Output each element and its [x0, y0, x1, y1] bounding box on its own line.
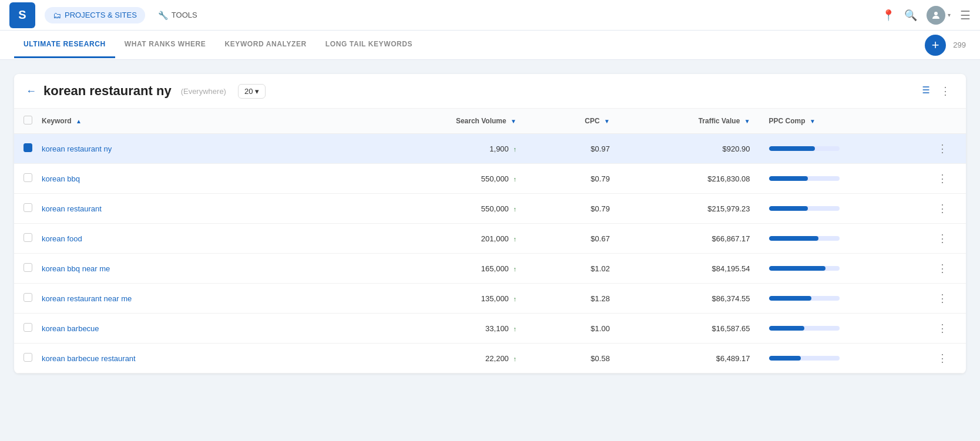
keyword-link-3[interactable]: korean food: [42, 234, 82, 243]
table-row: korean bbq near me 165,000 ↑ $1.02 $84,1…: [14, 254, 966, 284]
row-checkbox-5[interactable]: [24, 293, 32, 302]
row-actions-0: ⋮: [919, 134, 966, 164]
search-title: korean restaurant ny: [43, 83, 172, 99]
location-pin-icon[interactable]: 📍: [882, 9, 895, 22]
nav-tools[interactable]: 🔧 TOOLS: [150, 7, 206, 23]
logo-button[interactable]: S: [9, 2, 35, 28]
keyword-link-5[interactable]: korean restaurant near me: [42, 294, 132, 303]
ppc-sort-icon: ▼: [810, 118, 815, 124]
add-button[interactable]: +: [925, 35, 946, 56]
cpc-cell-3: $0.67: [526, 224, 619, 254]
sv-cell-1: 550,000 ↑: [385, 164, 526, 194]
row-actions-3: ⋮: [919, 224, 966, 254]
nav-projects-sites[interactable]: 🗂 PROJECTS & SITES: [45, 7, 145, 23]
table-row: korean restaurant 550,000 ↑ $0.79 $215,9…: [14, 194, 966, 224]
row-checkbox-4[interactable]: [24, 263, 32, 272]
location-tag: (Everywhere): [181, 87, 226, 96]
sv-cell-7: 22,200 ↑: [385, 344, 526, 373]
row-checkbox-3[interactable]: [24, 233, 32, 242]
sv-cell-2: 550,000 ↑: [385, 194, 526, 224]
cpc-cell-6: $1.00: [526, 314, 619, 344]
table-header-row: Keyword ▲ Search Volume ▼ CPC ▼ Traffi: [14, 109, 966, 134]
row-checkbox-1[interactable]: [24, 173, 32, 182]
keyword-cell-5: korean restaurant near me: [32, 284, 385, 314]
th-traffic-value[interactable]: Traffic Value ▼: [619, 109, 760, 134]
row-more-button-0[interactable]: ⋮: [934, 141, 951, 156]
keyword-link-6[interactable]: korean barbecue: [42, 324, 99, 333]
ppc-bar-outer-2: [769, 206, 840, 211]
row-checkbox-7[interactable]: [24, 353, 32, 362]
cpc-cell-1: $0.79: [526, 164, 619, 194]
keyword-link-1[interactable]: korean bbq: [42, 174, 80, 183]
select-all-checkbox[interactable]: [24, 116, 32, 124]
row-more-button-7[interactable]: ⋮: [934, 351, 951, 366]
projects-icon: 🗂: [53, 11, 61, 20]
cpc-cell-2: $0.79: [526, 194, 619, 224]
search-icon[interactable]: 🔍: [904, 9, 917, 22]
trend-icon-1: ↑: [513, 176, 516, 183]
row-checkbox-6[interactable]: [24, 323, 32, 332]
tv-cell-7: $6,489.17: [619, 344, 760, 373]
avatar: [927, 6, 945, 25]
ppc-bar-outer-0: [769, 146, 840, 151]
ppc-cell-2: [760, 194, 919, 224]
row-more-button-5[interactable]: ⋮: [934, 291, 951, 306]
sv-cell-5: 135,000 ↑: [385, 284, 526, 314]
ppc-bar-outer-1: [769, 176, 840, 181]
ppc-bar-inner-7: [769, 356, 801, 361]
tab-long-tail-keywords[interactable]: LONG TAIL KEYWORDS: [316, 32, 422, 58]
row-more-button-3[interactable]: ⋮: [934, 231, 951, 246]
tab-what-ranks-where[interactable]: WHAT RANKS WHERE: [115, 32, 216, 58]
row-checkbox-2[interactable]: [24, 203, 32, 212]
ppc-bar-inner-1: [769, 176, 808, 181]
ppc-cell-1: [760, 164, 919, 194]
cpc-cell-4: $1.02: [526, 254, 619, 284]
count-badge: 299: [953, 41, 966, 49]
tv-sort-icon: ▼: [744, 118, 750, 124]
tv-cell-1: $216,830.08: [619, 164, 760, 194]
table-row: korean restaurant near me 135,000 ↑ $1.2…: [14, 284, 966, 314]
nav-pills: 🗂 PROJECTS & SITES 🔧 TOOLS: [45, 7, 882, 23]
table-row: korean restaurant ny 1,900 ↑ $0.97 $920.…: [14, 134, 966, 164]
tab-ultimate-research[interactable]: ULTIMATE RESEARCH: [14, 32, 115, 58]
th-ppc-comp[interactable]: PPC Comp ▼: [760, 109, 919, 134]
keyword-cell-7: korean barbecue restaurant: [32, 344, 385, 373]
tv-cell-4: $84,195.54: [619, 254, 760, 284]
row-more-button-2[interactable]: ⋮: [934, 201, 951, 216]
trend-icon-2: ↑: [513, 206, 516, 213]
nav-projects-label: PROJECTS & SITES: [65, 11, 137, 19]
table-row: korean barbecue restaurant 22,200 ↑ $0.5…: [14, 344, 966, 373]
ppc-bar-outer-5: [769, 296, 840, 301]
user-avatar-menu[interactable]: ▾: [927, 6, 951, 25]
row-more-button-4[interactable]: ⋮: [934, 261, 951, 276]
sv-cell-0: 1,900 ↑: [385, 134, 526, 164]
th-search-volume[interactable]: Search Volume ▼: [385, 109, 526, 134]
row-more-button-6[interactable]: ⋮: [934, 321, 951, 336]
count-select-value: 20: [244, 87, 253, 96]
row-actions-5: ⋮: [919, 284, 966, 314]
row-checkbox-0[interactable]: [24, 143, 32, 152]
keyword-link-2[interactable]: korean restaurant: [42, 204, 102, 213]
keyword-link-0[interactable]: korean restaurant ny: [42, 144, 112, 153]
card-more-options-button[interactable]: ⋮: [937, 83, 954, 99]
keyword-cell-3: korean food: [32, 224, 385, 254]
nav-tools-label: TOOLS: [172, 11, 197, 19]
filter-columns-button[interactable]: [919, 84, 931, 99]
ppc-bar-inner-5: [769, 296, 811, 301]
sub-nav: ULTIMATE RESEARCH WHAT RANKS WHERE KEYWO…: [0, 31, 980, 60]
table-row: korean food 201,000 ↑ $0.67 $66,867.17 ⋮: [14, 224, 966, 254]
tab-keyword-analyzer[interactable]: KEYWORD ANALYZER: [215, 32, 316, 58]
th-cpc[interactable]: CPC ▼: [526, 109, 619, 134]
keyword-link-4[interactable]: korean bbq near me: [42, 264, 110, 273]
row-actions-1: ⋮: [919, 164, 966, 194]
menu-icon[interactable]: ☰: [960, 8, 971, 22]
back-button[interactable]: ←: [26, 85, 36, 97]
sub-nav-right: + 299: [925, 35, 966, 56]
ppc-bar-inner-3: [769, 236, 818, 241]
th-keyword[interactable]: Keyword ▲: [32, 109, 385, 134]
results-count-select[interactable]: 20 ▾: [238, 84, 266, 99]
row-more-button-1[interactable]: ⋮: [934, 171, 951, 186]
keyword-link-7[interactable]: korean barbecue restaurant: [42, 354, 136, 363]
tv-cell-5: $86,374.55: [619, 284, 760, 314]
trend-icon-4: ↑: [513, 265, 516, 272]
